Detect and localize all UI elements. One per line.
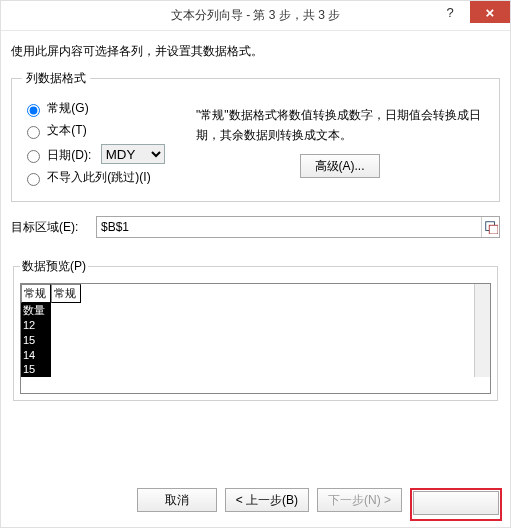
- preview-header[interactable]: 常规: [51, 284, 81, 303]
- radio-text-input[interactable]: [27, 126, 40, 139]
- help-button[interactable]: ?: [430, 1, 470, 23]
- wizard-footer: 取消 < 上一步(B) 下一步(N) >: [1, 488, 510, 521]
- column-format-legend: 列数据格式: [22, 70, 90, 87]
- window-title: 文本分列向导 - 第 3 步，共 3 步: [171, 7, 340, 24]
- cancel-button[interactable]: 取消: [137, 488, 217, 512]
- radio-skip-input[interactable]: [27, 173, 40, 186]
- finish-button[interactable]: [413, 491, 499, 515]
- column-format-group: 列数据格式 常规(G) 文本(T) 日期(D): MD: [11, 70, 500, 202]
- advanced-button[interactable]: 高级(A)...: [300, 154, 380, 178]
- radio-text[interactable]: 文本(T): [22, 122, 182, 139]
- next-button: 下一步(N) >: [317, 488, 402, 512]
- radio-skip[interactable]: 不导入此列(跳过)(I): [22, 169, 182, 186]
- svg-rect-1: [489, 225, 498, 234]
- preview-header[interactable]: 常规: [21, 284, 51, 303]
- format-description: "常规"数据格式将数值转换成数字，日期值会转换成日期，其余数据则转换成文本。: [196, 105, 483, 146]
- preview-group: 数据预览(P) 常规 常规 数量 12 15 14: [13, 258, 498, 401]
- radio-date-input[interactable]: [27, 150, 40, 163]
- wizard-dialog: 文本分列向导 - 第 3 步，共 3 步 ? × 使用此屏内容可选择各列，并设置…: [0, 0, 511, 528]
- preview-grid: 常规 常规 数量 12 15 14 15: [20, 283, 491, 394]
- close-button[interactable]: ×: [470, 1, 510, 23]
- date-order-select[interactable]: MDY: [101, 144, 165, 164]
- preview-legend: 数据预览(P): [20, 258, 88, 275]
- destination-label: 目标区域(E):: [11, 219, 96, 236]
- destination-input[interactable]: [96, 216, 500, 238]
- horizontal-scrollbar[interactable]: [21, 377, 490, 393]
- radio-date[interactable]: 日期(D): MDY: [22, 144, 182, 164]
- back-button[interactable]: < 上一步(B): [225, 488, 309, 512]
- range-select-icon[interactable]: [481, 217, 499, 237]
- intro-text: 使用此屏内容可选择各列，并设置其数据格式。: [11, 43, 500, 60]
- preview-selected-column[interactable]: 数量 12 15 14 15: [21, 303, 51, 377]
- titlebar: 文本分列向导 - 第 3 步，共 3 步 ? ×: [1, 1, 510, 31]
- vertical-scrollbar[interactable]: [474, 284, 490, 377]
- finish-highlight: [410, 488, 502, 521]
- radio-general-input[interactable]: [27, 104, 40, 117]
- radio-general[interactable]: 常规(G): [22, 100, 182, 117]
